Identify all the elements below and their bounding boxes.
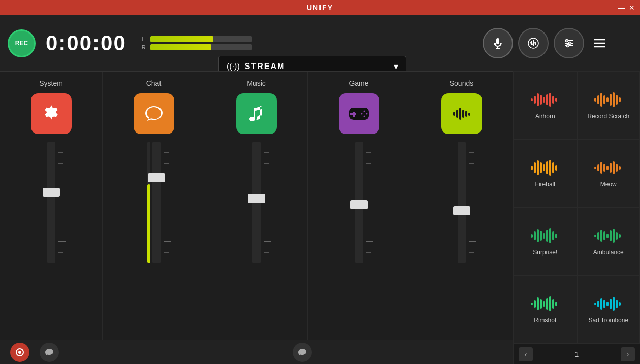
svg-rect-100 <box>603 231 605 240</box>
minimize-button[interactable]: — <box>618 4 625 12</box>
bottom-icon-right[interactable] <box>293 343 312 362</box>
channel-chat: Chat <box>103 72 205 364</box>
svg-rect-61 <box>594 98 596 102</box>
fader-track-chat[interactable] <box>152 142 161 263</box>
menu-button[interactable] <box>589 33 610 53</box>
channel-sounds-icon[interactable] <box>441 93 482 134</box>
channel-system: System <box>0 72 103 364</box>
fader-handle-system[interactable] <box>43 188 60 197</box>
svg-rect-78 <box>555 165 557 171</box>
svg-rect-84 <box>610 163 612 173</box>
svg-rect-96 <box>555 234 557 238</box>
sounds-grid: Airhorn Recor <box>514 71 640 344</box>
sound-waveform-airhorn <box>530 91 560 109</box>
sound-item-sad-trombone[interactable]: Sad Trombone <box>577 276 641 344</box>
bottom-icon-center[interactable] <box>40 343 59 362</box>
fader-handle-sounds[interactable] <box>453 206 470 215</box>
fader-track-system[interactable] <box>47 142 55 263</box>
channel-game-icon[interactable] <box>339 93 379 134</box>
svg-rect-92 <box>543 233 545 239</box>
svg-rect-52 <box>531 98 533 101</box>
svg-rect-94 <box>549 228 551 243</box>
bottom-bar <box>0 340 513 364</box>
sound-item-record-scratch[interactable]: Record Scratch <box>577 71 641 139</box>
sound-waveform-ambulance <box>593 227 624 245</box>
channel-sounds-fader-area <box>441 142 482 338</box>
svg-rect-102 <box>610 230 612 241</box>
bottom-icon-left[interactable] <box>10 343 29 362</box>
channel-sounds-label: Sounds <box>450 79 473 87</box>
mixer-button[interactable] <box>554 28 584 58</box>
svg-rect-105 <box>619 234 621 238</box>
svg-rect-95 <box>552 231 554 240</box>
equalizer-button[interactable] <box>518 28 549 58</box>
svg-rect-73 <box>540 162 542 173</box>
svg-rect-115 <box>594 303 596 305</box>
svg-rect-79 <box>594 167 596 169</box>
sound-item-ambulance[interactable]: Ambulance <box>577 208 641 276</box>
svg-rect-80 <box>597 164 599 171</box>
svg-rect-53 <box>534 96 536 104</box>
fader-track-game[interactable] <box>355 142 363 263</box>
channel-music-fader-area <box>236 142 277 338</box>
svg-rect-99 <box>600 230 602 242</box>
svg-rect-71 <box>534 162 536 173</box>
svg-rect-63 <box>600 93 602 107</box>
stream-radio-icon: ((·)) <box>227 62 240 71</box>
svg-rect-43 <box>459 108 461 120</box>
sound-name-record-scratch: Record Scratch <box>587 113 629 120</box>
eq-icon <box>527 37 539 49</box>
svg-rect-75 <box>546 161 548 174</box>
fader-track-music[interactable] <box>252 142 261 263</box>
fader-handle-chat[interactable] <box>148 173 165 182</box>
sounds-prev-button[interactable]: ‹ <box>519 347 533 361</box>
channel-music-icon[interactable] <box>236 93 277 134</box>
svg-rect-77 <box>552 162 554 173</box>
channel-chat-icon[interactable] <box>134 93 174 134</box>
sound-item-fireball[interactable]: Fireball <box>514 139 577 207</box>
svg-rect-46 <box>468 113 470 116</box>
rec-button[interactable]: REC <box>8 29 36 57</box>
fader-handle-music[interactable] <box>248 194 265 203</box>
channel-system-fader-area <box>31 142 72 338</box>
sound-name-sad-trombone: Sad Trombone <box>588 317 628 324</box>
sounds-page-number: 1 <box>575 350 579 358</box>
channel-system-icon[interactable] <box>31 93 72 134</box>
level-row-l: L <box>142 36 252 42</box>
fader-handle-game[interactable] <box>350 200 368 209</box>
svg-rect-74 <box>543 164 545 171</box>
channel-game-label: Game <box>349 79 368 87</box>
svg-rect-111 <box>546 298 548 310</box>
channel-game-fader-area <box>339 142 379 338</box>
fader-track-sounds[interactable] <box>458 142 466 263</box>
sound-item-meow[interactable]: Meow <box>577 139 641 207</box>
mic-settings-button[interactable] <box>483 28 513 58</box>
sounds-next-button[interactable]: › <box>621 347 635 361</box>
sound-waveform-sad-trombone <box>593 295 624 313</box>
channel-system-label: System <box>39 79 63 87</box>
svg-rect-122 <box>616 300 618 308</box>
topbar: REC 0:00:00 L R ((·)) STREAM ▾ <box>0 15 640 71</box>
fader-fill-chat <box>147 142 150 263</box>
svg-rect-72 <box>537 160 539 175</box>
svg-point-17 <box>567 45 569 47</box>
svg-rect-45 <box>465 111 467 117</box>
close-button[interactable]: ✕ <box>629 4 635 12</box>
mixer-icon <box>563 37 575 49</box>
sound-waveform-record-scratch <box>593 91 624 109</box>
sound-item-airhorn[interactable]: Airhorn <box>514 71 577 139</box>
svg-rect-113 <box>552 299 554 309</box>
svg-rect-0 <box>496 38 499 44</box>
sound-name-airhorn: Airhorn <box>535 113 555 120</box>
mic-icon <box>492 37 504 49</box>
svg-rect-62 <box>597 95 599 104</box>
channel-music: Music <box>205 72 308 364</box>
sound-item-rimshot[interactable]: Rimshot <box>514 276 577 344</box>
window-controls[interactable]: — ✕ <box>618 4 635 12</box>
svg-rect-112 <box>549 296 551 311</box>
svg-rect-110 <box>543 301 545 307</box>
svg-rect-64 <box>603 95 605 104</box>
svg-rect-68 <box>616 95 618 105</box>
sound-name-ambulance: Ambulance <box>593 249 624 256</box>
sound-item-surprise[interactable]: Surprise! <box>514 208 577 276</box>
